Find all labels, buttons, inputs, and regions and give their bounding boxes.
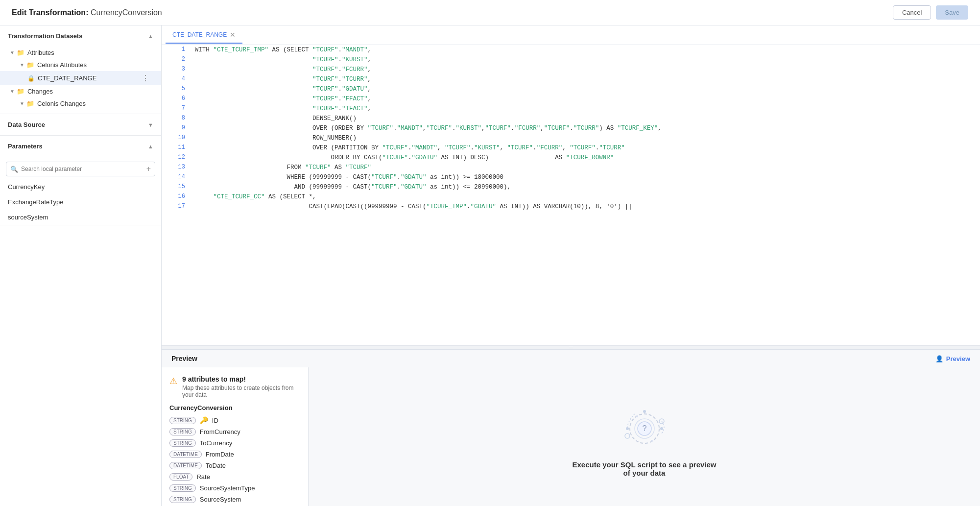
empty-state-text: Execute your SQL script to see a preview…	[571, 460, 718, 477]
attributes-list: STRING 🔑 ID STRING FromCurrency STRING T…	[169, 416, 300, 503]
parameters-label: Parameters	[8, 143, 43, 150]
line-code: CAST(LPAD(CAST((99999999 - CAST("TCURF_T…	[191, 202, 980, 212]
mapping-row: DATETIME ToDate	[169, 462, 300, 469]
folder-icon: 📁	[17, 88, 24, 95]
tree-item-changes[interactable]: ▼ 📁 Changes	[0, 85, 161, 97]
preview-header: Preview 👤 Preview	[162, 350, 980, 367]
chevron-icon: ▼	[10, 50, 15, 55]
type-badge: STRING	[169, 439, 196, 447]
code-line: 6 "TCURF"."FFACT",	[162, 94, 980, 104]
tree-item-celonis-changes[interactable]: ▼ 📁 Celonis Changes	[0, 97, 161, 110]
line-number: 12	[162, 153, 191, 163]
mapping-row: DATETIME FromDate	[169, 451, 300, 458]
parameters-section-header[interactable]: Parameters ▲	[0, 136, 161, 157]
line-code: ORDER BY CAST("TCURF"."GDATU" AS INT) DE…	[191, 153, 980, 163]
tree-item-celonis-attributes[interactable]: ▼ 📁 Celonis Attributes	[0, 59, 161, 71]
code-line: 14 WHERE (99999999 - CAST("TCURF"."GDATU…	[162, 172, 980, 182]
line-number: 9	[162, 123, 191, 133]
mapping-row: STRING 🔑 ID	[169, 416, 300, 424]
line-number: 7	[162, 104, 191, 114]
datasets-section-header[interactable]: Transformation Datasets ▲	[0, 25, 161, 47]
datasets-label: Transformation Datasets	[8, 32, 82, 40]
code-line: 8 DENSE_RANK()	[162, 114, 980, 123]
code-line: 15 AND (99999999 - CAST("TCURF"."GDATU" …	[162, 182, 980, 192]
line-number: 5	[162, 84, 191, 94]
line-code: WITH "CTE_TCURF_TMP" AS (SELECT "TCURF".…	[191, 45, 980, 55]
preview-run-button[interactable]: 👤 Preview	[935, 355, 970, 362]
line-number: 11	[162, 143, 191, 153]
empty-state-illustration: ?	[613, 397, 676, 460]
code-line: 17 CAST(LPAD(CAST((99999999 - CAST("TCUR…	[162, 202, 980, 212]
code-line: 5 "TCURF"."GDATU",	[162, 84, 980, 94]
svg-point-5	[660, 427, 663, 430]
warning-content: 9 attributes to map! Map these attribute…	[182, 375, 300, 398]
attr-name: Rate	[196, 473, 210, 481]
header-actions: Cancel Save	[893, 5, 968, 20]
cte-date-range-label: CTE_DATE_RANGE	[38, 74, 96, 82]
mapping-row: FLOAT Rate	[169, 473, 300, 481]
attr-name: SourceSystemType	[200, 484, 255, 492]
attr-name: SourceSystem	[200, 496, 241, 503]
line-number: 2	[162, 55, 191, 65]
folder-icon: 📁	[17, 49, 24, 56]
tree-item-attributes[interactable]: ▼ 📁 Attributes	[0, 47, 161, 59]
save-button[interactable]: Save	[936, 5, 968, 20]
mapping-panel: ⚠ 9 attributes to map! Map these attribu…	[162, 367, 309, 506]
tree-item-cte-date-range[interactable]: 🔒 CTE_DATE_RANGE ⋮	[0, 71, 161, 85]
tab-cte-date-range[interactable]: CTE_DATE_RANGE ✕	[166, 27, 242, 44]
code-editor[interactable]: 1 WITH "CTE_TCURF_TMP" AS (SELECT "TCURF…	[162, 45, 980, 345]
chevron-icon: ▼	[20, 62, 24, 68]
changes-label: Changes	[27, 88, 53, 95]
line-code: "TCURF"."GDATU",	[191, 84, 980, 94]
code-line: 11 OVER (PARTITION BY "TCURF"."MANDT", "…	[162, 143, 980, 153]
params-list: CurrencyKeyExchangeRateTypesourceSystem	[0, 179, 161, 225]
line-code: "TCURF"."FFACT",	[191, 94, 980, 104]
svg-point-10	[625, 434, 630, 438]
data-source-label: Data Source	[8, 121, 45, 128]
add-parameter-button[interactable]: +	[146, 165, 151, 173]
folder-icon: 📁	[26, 61, 34, 69]
parameters-section: Parameters ▲ 🔍 + CurrencyKeyExchangeRate…	[0, 136, 161, 225]
attributes-label: Attributes	[27, 49, 54, 56]
line-code: "TCURF"."FCURR",	[191, 65, 980, 74]
line-number: 17	[162, 202, 191, 212]
resize-handle[interactable]	[162, 345, 980, 349]
code-line: 12 ORDER BY CAST("TCURF"."GDATU" AS INT)…	[162, 153, 980, 163]
title-name: CurrencyConversion	[91, 8, 162, 17]
svg-point-6	[643, 410, 646, 413]
line-code: "TCURF"."KURST",	[191, 55, 980, 65]
more-options-icon[interactable]: ⋮	[142, 73, 153, 83]
code-line: 4 "TCURF"."TCURR",	[162, 74, 980, 84]
empty-state: ? Execute your SQL script to see a p	[309, 367, 980, 506]
code-line: 2 "TCURF"."KURST",	[162, 55, 980, 65]
content-area: CTE_DATE_RANGE ✕ 1 WITH "CTE_TCURF_TMP" …	[162, 25, 980, 506]
data-source-header[interactable]: Data Source ▼	[0, 114, 161, 135]
celonis-changes-label: Celonis Changes	[37, 100, 86, 107]
line-number: 14	[162, 172, 191, 182]
code-line: 16 "CTE_TCURF_CC" AS (SELECT *,	[162, 192, 980, 202]
code-line: 10 ROW_NUMBER()	[162, 133, 980, 143]
cancel-button[interactable]: Cancel	[893, 5, 931, 20]
param-item[interactable]: sourceSystem	[0, 210, 161, 225]
datasets-chevron-icon: ▲	[148, 33, 153, 39]
warning-title: 9 attributes to map!	[182, 375, 300, 383]
attr-name: FromDate	[206, 451, 234, 458]
mapping-row: STRING FromCurrency	[169, 428, 300, 435]
param-item[interactable]: ExchangeRateType	[0, 194, 161, 210]
mapping-row: STRING SourceSystemType	[169, 484, 300, 492]
data-source-chevron-icon: ▼	[148, 122, 153, 128]
mapping-row: STRING SourceSystem	[169, 496, 300, 503]
tab-label: CTE_DATE_RANGE	[172, 31, 227, 38]
param-item[interactable]: CurrencyKey	[0, 179, 161, 194]
warning-icon: ⚠	[169, 376, 177, 386]
mapping-object-name: CurrencyConversion	[169, 404, 300, 411]
line-code: "TCURF"."TFACT",	[191, 104, 980, 114]
code-line: 13 FROM "TCURF" AS "TCURF"	[162, 163, 980, 172]
line-code: ROW_NUMBER()	[191, 133, 980, 143]
type-badge: DATETIME	[169, 451, 202, 458]
page-header: Edit Transformation: CurrencyConversion …	[0, 0, 980, 25]
search-input[interactable]	[21, 166, 143, 172]
type-badge: DATETIME	[169, 462, 202, 469]
line-number: 16	[162, 192, 191, 202]
close-icon[interactable]: ✕	[230, 31, 236, 39]
